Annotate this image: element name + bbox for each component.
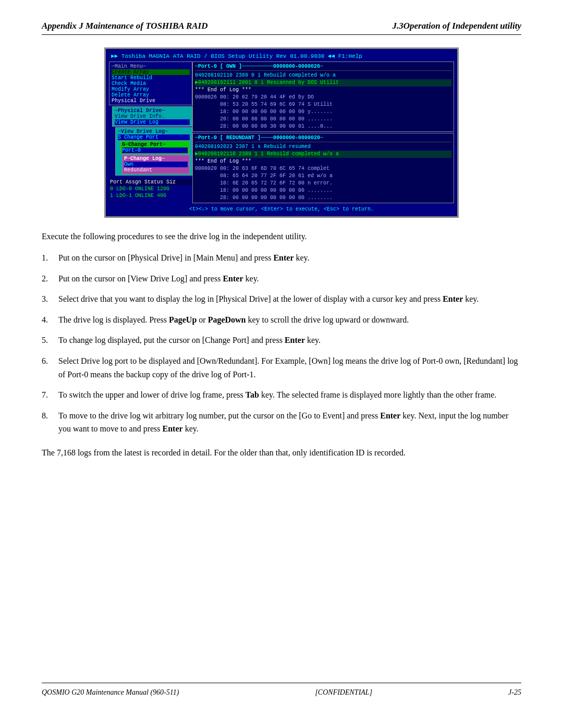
log-red-hex3: 10: 6E 20 65 72 72 6F 72 00 n error. [195,180,451,187]
footer-right: J-25 [508,688,521,697]
start-rebuild: Start Rebuild [112,75,190,81]
log-own-hex3: 18: 00 00 00 00 00 00 00 00 y....... [195,108,451,116]
view-drive-log-menu: ─View Drive Log─ S Change Port G─Change … [115,127,192,176]
bios-body: ─Main Menu─ Create Array Start Rebuild C… [109,61,454,203]
closing-text: The 7,168 logs from the latest is record… [42,446,521,460]
intro-text: Execute the following procedures to see … [42,230,521,243]
modify-array: Modify Array [112,87,190,92]
view-drive-log: View Drive Log [115,119,190,125]
log-red-endlog: *** End of Log *** [195,158,451,165]
step5-bold: Enter [285,336,305,344]
step4-bold1: PageUp [169,315,197,324]
bios-left-panel: ─Main Menu─ Create Array Start Rebuild C… [109,61,192,203]
s-change-port: S Change Port [118,134,190,140]
change-log-menu: P─Change Log─ Own Redundant [122,155,190,174]
step-7: 7. To switch the upper and lower of driv… [42,388,521,402]
step3-bold: Enter [443,294,463,303]
log-own-line2: ►040208192111 2001 0 i Rescanned by DOS … [195,79,451,87]
physical-drive-menu: ─Physical Drive─ View Drive Info. View D… [112,106,192,127]
bios-title-bar: ►► Toshiba MAGNIA ATA RAID / BIOS Setup … [109,52,454,60]
log-own-hex2: 08: 53 20 55 74 69 6C 69 74 S Utilit [195,101,451,108]
check-media: Check Media [112,81,190,87]
view-drive-log-label: ─View Drive Log─ [118,129,190,134]
change-port-menu: G─Change Port─ Port-0 [120,141,190,154]
step-5: 5. To change log displayed, put the curs… [42,334,521,347]
log-own-line1: 040208192110 2389 0 i Rebuild completed … [195,72,451,79]
g-change-port-label: G─Change Port─ [122,142,188,147]
steps-list: 1. Put on the cursor on [Physical Drive]… [42,251,521,436]
step2-bold: Enter [223,274,243,283]
step-1: 1. Put on the cursor on [Physical Drive]… [42,251,521,265]
footer-center: [CONFIDENTIAL] [315,688,372,697]
header-right: J.3Operation of Independent utility [393,21,521,31]
log-red-line2: ►040208192110 2389 1 i Rebuild completed… [195,151,451,158]
step-4: 4. The drive log is displayed. Press Pag… [42,313,521,327]
main-content: Execute the following procedures to see … [42,230,521,683]
log-own-hex4: 20: 00 00 00 00 00 00 00 00 ........ [195,116,451,123]
header-left: Appendix J Maintenance of TOSHIBA RAID [42,21,208,31]
step8-bold2: Enter [163,424,183,433]
page-footer: QOSMIO G20 Maintenance Manual (960-511) … [42,683,521,697]
step-3: 3. Select drive that you want to display… [42,292,521,306]
port-0: Port-0 [122,147,188,153]
bios-right-panel: ─Port-0 [ OWN ]──────────0000000-0000026… [192,61,454,203]
port-list-header: Port Assgn Status Siz [109,179,192,186]
step1-bold: Enter [273,253,293,262]
log-own-hex5: 28: 00 00 00 00 30 90 00 01 ....0... [195,123,451,130]
log-red-hex4: 18: 00 00 00 00 00 00 00 00 ........ [195,187,451,194]
port-row-1: 1 LDO-1 ONLINE 40G [109,192,192,199]
delete-array: Delete Array [112,92,190,98]
physical-drive-label: ─Physical Drive─ [115,108,190,114]
step8-bold1: Enter [380,411,400,420]
log-red-line1: 040208192023 2387 1 s Rebuild resumed [195,143,451,151]
log-red-hex2: 08: 65 64 20 77 2F 6F 20 61 ed w/o a [195,172,451,180]
port-row-0: 0 LDO-0 ONLINE 120G [109,186,192,192]
footer-left: QOSMIO G20 Maintenance Manual (960-511) [42,688,179,697]
p-change-log-label: P─Change Log─ [124,156,188,162]
redundant-item: Redundant [124,167,188,173]
log-panel-own-title: ─Port-0 [ OWN ]──────────0000000-0000026… [195,63,451,71]
log-red-hex1: 0000020 00: 20 63 6F 6D 70 6C 65 74 comp… [195,165,451,172]
step-6: 6. Select Drive log port to be displayed… [42,354,521,381]
log-panel-redundant: ─Port-0 [ REDUNDANT ]────0000000-0000020… [192,133,454,203]
step-2: 2. Put on the cursor on [View Drive Log]… [42,272,521,286]
physical-drive: Physical Drive [112,98,190,104]
step-8: 8. To move to the drive log wit arbitrar… [42,409,521,436]
log-own-hex1: 0000026 00: 20 62 79 20 44 4F ed by DO [195,94,451,101]
step7-bold: Tab [246,390,259,399]
bios-screenshot: ►► Toshiba MAGNIA ATA RAID / BIOS Setup … [104,47,459,218]
main-menu-box: ─Main Menu─ Create Array Start Rebuild C… [109,61,192,105]
create-array: Create Array [112,69,190,75]
log-panel-own: ─Port-0 [ OWN ]──────────0000000-0000026… [192,61,454,132]
view-drive-info: View Drive Info. [115,114,190,119]
own-item: Own [124,162,188,167]
page-header: Appendix J Maintenance of TOSHIBA RAID J… [42,21,521,35]
step4-bold2: PageDown [208,315,246,324]
port-list: Port Assgn Status Siz 0 LDO-0 ONLINE 120… [109,179,192,199]
main-menu-label: ─Main Menu─ [112,64,146,69]
log-panel-redundant-title: ─Port-0 [ REDUNDANT ]────0000000-0000020… [195,134,451,142]
log-own-endlog: *** End of Log *** [195,87,451,94]
bios-status-bar: <t><↓> to move cursor, <Enter> to execut… [109,205,454,213]
log-red-hex5: 28: 00 00 00 00 00 00 00 00 ........ [195,194,451,202]
